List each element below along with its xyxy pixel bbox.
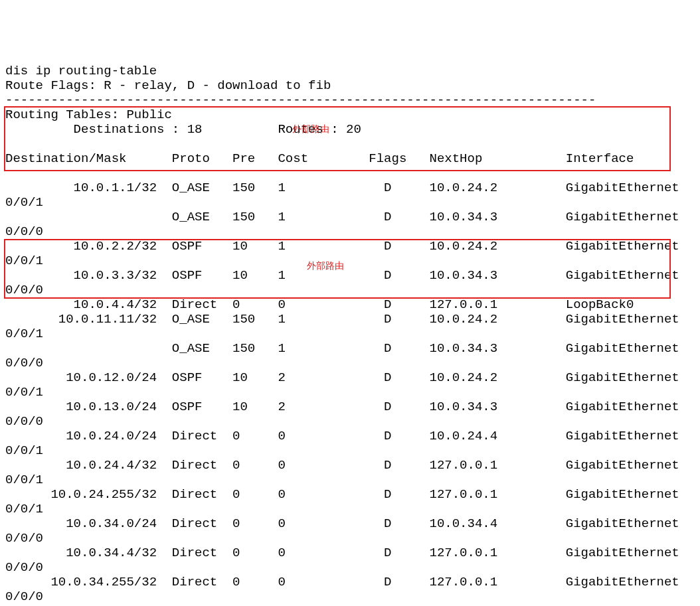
route-row: O_ASE 150 1 D 10.0.34.3 GigabitEthernet xyxy=(5,210,679,224)
routing-tables-line: Routing Tables: Public xyxy=(5,108,172,122)
route-row-ifidx: 0/0/0 xyxy=(5,589,43,604)
route-row-ifidx: 0/0/1 xyxy=(5,443,43,458)
route-row-ifidx: 0/0/0 xyxy=(5,283,43,297)
route-row: 10.0.24.4/32 Direct 0 0 D 127.0.0.1 Giga… xyxy=(5,458,679,473)
route-row-ifidx: 0/0/1 xyxy=(5,473,43,487)
route-row: O_ASE 150 1 D 10.0.34.3 GigabitEthernet xyxy=(5,341,679,356)
route-row-ifidx: 0/0/0 xyxy=(5,531,43,546)
annotation-external-route-1: 外部路由 xyxy=(292,123,329,135)
route-row: 10.0.34.255/32 Direct 0 0 D 127.0.0.1 Gi… xyxy=(5,575,679,589)
route-row: 10.0.34.0/24 Direct 0 0 D 10.0.34.4 Giga… xyxy=(5,516,679,531)
route-row-ifidx: 0/0/0 xyxy=(5,224,43,239)
route-row: 10.0.13.0/24 OSPF 10 2 D 10.0.34.3 Gigab… xyxy=(5,400,679,414)
route-row-ifidx: 0/0/1 xyxy=(5,195,43,210)
route-row: 10.0.24.255/32 Direct 0 0 D 127.0.0.1 Gi… xyxy=(5,487,679,502)
prompt-command: dis ip routing-table xyxy=(5,64,157,78)
route-row-ifidx: 0/0/1 xyxy=(5,254,43,268)
divider: ----------------------------------------… xyxy=(5,93,596,108)
route-row: 10.0.11.11/32 O_ASE 150 1 D 10.0.24.2 Gi… xyxy=(5,312,679,327)
route-row-ifidx: 0/0/1 xyxy=(5,385,43,400)
route-row-ifidx: 0/0/0 xyxy=(5,356,43,370)
route-row: 10.0.1.1/32 O_ASE 150 1 D 10.0.24.2 Giga… xyxy=(5,181,679,195)
terminal-output: dis ip routing-tableRoute Flags: R - rel… xyxy=(5,64,695,606)
route-row-ifidx: 0/0/0 xyxy=(5,560,43,575)
route-row-ifidx: 0/0/1 xyxy=(5,327,43,341)
route-row: 10.0.12.0/24 OSPF 10 2 D 10.0.24.2 Gigab… xyxy=(5,370,679,385)
route-flags-line: Route Flags: R - relay, D - download to … xyxy=(5,78,331,93)
annotation-external-route-2: 外部路由 xyxy=(307,260,344,272)
route-row: 10.0.24.0/24 Direct 0 0 D 10.0.24.4 Giga… xyxy=(5,429,679,443)
route-row: 10.0.2.2/32 OSPF 10 1 D 10.0.24.2 Gigabi… xyxy=(5,239,679,254)
route-row: 10.0.34.4/32 Direct 0 0 D 127.0.0.1 Giga… xyxy=(5,546,679,560)
table-header: Destination/Mask Proto Pre Cost Flags Ne… xyxy=(5,151,634,166)
route-row-ifidx: 0/0/1 xyxy=(5,502,43,516)
route-row-ifidx: 0/0/0 xyxy=(5,414,43,429)
route-row: 10.0.4.4/32 Direct 0 0 D 127.0.0.1 LoopB… xyxy=(5,297,634,312)
